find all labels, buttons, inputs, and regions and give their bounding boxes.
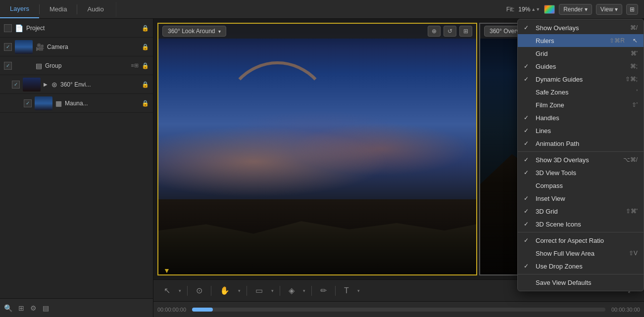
group-view-icon[interactable]: ⊞ — [18, 304, 24, 312]
menu-item-handles[interactable]: ✓ Handles — [518, 111, 644, 124]
menu-label-lines: Lines — [536, 127, 634, 135]
menu-check-3d-scene-icons: ✓ — [524, 221, 532, 227]
menu-check-show-3d-overlays: ✓ — [524, 156, 532, 163]
thumb-sky-camera — [15, 40, 33, 54]
layer-name-mauna: Mauna... — [65, 100, 139, 107]
viewport-icon-compass[interactable]: ⊕ — [428, 26, 441, 37]
layer-row-project[interactable]: 📄 Project 🔒 — [0, 19, 153, 38]
view-button[interactable]: View ▾ — [596, 4, 622, 15]
menu-check-guides: ✓ — [524, 63, 532, 70]
cb-separator-2 — [211, 286, 211, 296]
viewport-main-label[interactable]: 360° Look Around ▾ — [162, 26, 226, 37]
select-arrow-icon[interactable]: ↖ — [161, 284, 173, 297]
menu-item-3d-grid[interactable]: ✓ 3D Grid ⇧⌘' — [518, 205, 644, 218]
color-swatch[interactable] — [544, 5, 555, 14]
menu-check-animation-path: ✓ — [524, 140, 532, 147]
text-icon[interactable]: T — [342, 285, 351, 297]
timeline[interactable] — [192, 308, 605, 312]
layer-name-360env: 360° Envi... — [60, 81, 139, 88]
layer-checkbox-group[interactable] — [4, 62, 12, 70]
mask-icon[interactable]: ◈ — [286, 284, 297, 297]
layer-checkbox-project[interactable] — [4, 24, 12, 32]
layer-checkbox-camera[interactable] — [4, 43, 12, 51]
menu-item-use-drop-zones[interactable]: ✓ Use Drop Zones — [518, 260, 644, 272]
menu-item-rulers[interactable]: Rulers ⇧⌘R ↖ — [518, 34, 644, 47]
layer-lock-project: 🔒 — [142, 25, 149, 32]
menu-check-dynamic-guides: ✓ — [524, 76, 532, 83]
layer-icon-camera: 🎥 — [36, 43, 44, 51]
menu-item-grid[interactable]: Grid ⌘' — [518, 47, 644, 60]
menu-item-film-zone[interactable]: Film Zone ⇧' — [518, 98, 644, 111]
layout-button[interactable]: ⊞ — [626, 4, 638, 15]
menu-item-dynamic-guides[interactable]: ✓ Dynamic Guides ⇧⌘; — [518, 73, 644, 86]
hand-dropdown[interactable]: ▾ — [238, 288, 241, 293]
layer-lock-camera: 🔒 — [142, 44, 149, 50]
fit-label: Fit: — [506, 6, 515, 13]
sort-icon[interactable]: ▤ — [43, 304, 49, 312]
layer-thumb-camera — [15, 40, 33, 54]
menu-item-guides[interactable]: ✓ Guides ⌘; — [518, 60, 644, 73]
viewport-icon-settings[interactable]: ⊞ — [459, 26, 472, 37]
menu-shortcut-film-zone: ⇧' — [632, 101, 638, 108]
tab-layers[interactable]: Layers — [0, 0, 39, 18]
tab-audio[interactable]: Audio — [77, 0, 113, 18]
menu-check-show-overlays: ✓ — [524, 24, 532, 31]
layer-row-group[interactable]: ▤ Group ≡⊞ 🔒 — [0, 56, 153, 75]
menu-separator-1 — [518, 151, 644, 152]
menu-item-lines[interactable]: ✓ Lines — [518, 124, 644, 137]
layer-lock-360env: 🔒 — [142, 81, 149, 88]
playback-bar: 00:00:00:00 00:00:30:00 — [153, 301, 644, 317]
text-dropdown[interactable]: ▾ — [357, 288, 360, 293]
rect-dropdown[interactable]: ▾ — [271, 288, 274, 293]
menu-item-safe-zones[interactable]: Safe Zones ' — [518, 86, 644, 98]
menu-shortcut-3d-grid: ⇧⌘' — [626, 208, 638, 215]
layer-row-360env[interactable]: ▶ ⊛ 360° Envi... 🔒 — [0, 75, 153, 94]
menu-item-inset-view[interactable]: ✓ Inset View — [518, 192, 644, 205]
lasso-icon[interactable]: ⊙ — [194, 284, 205, 297]
fit-value[interactable]: 19% ▲▼ — [518, 6, 540, 13]
search-icon[interactable]: 🔍 — [4, 304, 12, 312]
layer-checkbox-360env[interactable] — [12, 81, 20, 89]
menu-label-show-overlays: Show Overlays — [536, 24, 626, 32]
menu-label-3d-grid: 3D Grid — [536, 208, 622, 215]
menu-check-use-drop-zones: ✓ — [524, 263, 532, 270]
sidebar: 📄 Project 🔒 🎥 Camera 🔒 ▤ Group ≡ — [0, 19, 153, 317]
menu-item-show-3d-overlays[interactable]: ✓ Show 3D Overlays ⌥⌘/ — [518, 153, 644, 166]
layer-icon-group: ▤ — [36, 62, 42, 70]
menu-item-show-full-view[interactable]: Show Full View Area ⇧V — [518, 247, 644, 260]
playback-time-end: 00:00:30:00 — [611, 307, 640, 313]
layer-row-mauna[interactable]: ▦ Mauna... 🔒 — [0, 94, 153, 113]
tab-media[interactable]: Media — [40, 0, 77, 18]
select-arrow-dropdown[interactable]: ▾ — [179, 288, 181, 293]
cb-separator-3 — [247, 286, 247, 296]
cb-separator-4 — [280, 286, 280, 296]
rect-select-icon[interactable]: ▭ — [253, 284, 265, 297]
menu-item-compass[interactable]: Compass — [518, 179, 644, 192]
menu-shortcut-grid: ⌘' — [631, 50, 638, 57]
menu-label-safe-zones: Safe Zones — [536, 89, 633, 96]
menu-label-use-drop-zones: Use Drop Zones — [536, 263, 634, 270]
mask-dropdown[interactable]: ▾ — [303, 288, 305, 293]
main-content: 📄 Project 🔒 🎥 Camera 🔒 ▤ Group ≡ — [0, 19, 644, 317]
menu-check-correct-aspect: ✓ — [524, 237, 532, 244]
pen-icon[interactable]: ✏ — [318, 284, 329, 297]
menu-item-show-overlays[interactable]: ✓ Show Overlays ⌘/ — [518, 21, 644, 34]
menu-item-animation-path[interactable]: ✓ Animation Path — [518, 137, 644, 150]
menu-item-save-defaults[interactable]: Save View Defaults — [518, 276, 644, 289]
pano-rainbow — [220, 61, 335, 187]
hand-icon[interactable]: ✋ — [217, 284, 232, 297]
layer-checkbox-mauna[interactable] — [24, 99, 32, 107]
expand-icon-360env[interactable]: ▶ — [44, 82, 48, 87]
timeline-fill — [192, 308, 213, 312]
render-button[interactable]: Render ▾ — [559, 4, 592, 15]
settings-icon[interactable]: ⚙ — [30, 304, 37, 312]
menu-item-3d-view-tools[interactable]: ✓ 3D View Tools — [518, 166, 644, 179]
menu-item-correct-aspect[interactable]: ✓ Correct for Aspect Ratio — [518, 234, 644, 247]
menu-item-3d-scene-icons[interactable]: ✓ 3D Scene Icons — [518, 218, 644, 230]
menu-label-film-zone: Film Zone — [536, 101, 628, 109]
thumb-sky-mauna — [35, 96, 52, 110]
viewport-icon-rotate[interactable]: ↺ — [444, 26, 456, 37]
layer-row-camera[interactable]: 🎥 Camera 🔒 — [0, 38, 153, 56]
cb-separator-5 — [311, 286, 312, 296]
menu-label-handles: Handles — [536, 114, 634, 122]
